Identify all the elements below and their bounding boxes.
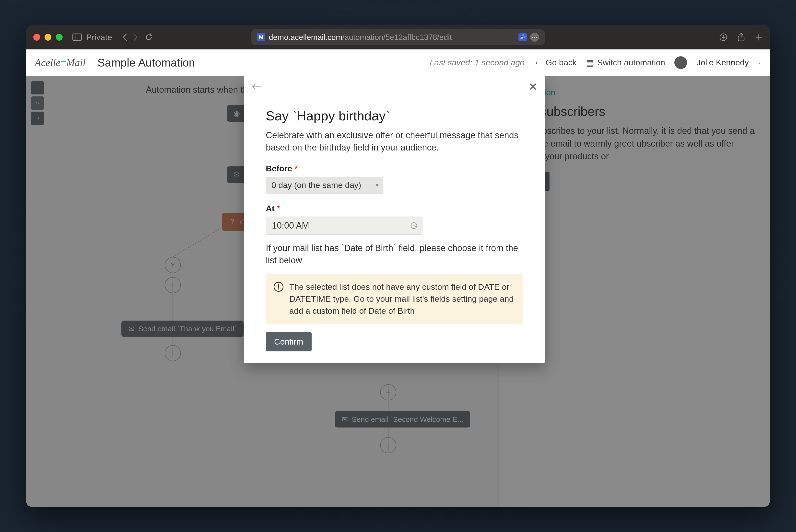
audio-indicator-icon[interactable]: 🔊	[518, 33, 527, 41]
titlebar: Private M demo.acellemail.com/automation…	[26, 25, 770, 50]
svg-rect-0	[73, 34, 81, 41]
automation-name: Sample Automation	[97, 56, 195, 69]
app-content: Acelle=Mail Sample Automation Last saved…	[26, 50, 770, 507]
confirm-button[interactable]: Confirm	[266, 332, 311, 352]
last-saved-text: Last saved: 1 second ago	[430, 58, 525, 67]
arrow-left-icon: ←	[534, 58, 542, 67]
before-label: Before *	[266, 164, 523, 173]
nav-back-icon[interactable]	[122, 33, 127, 41]
url-host: demo.acellemail.com	[269, 33, 342, 42]
traffic-lights	[33, 34, 63, 41]
before-select[interactable]: 0 day (on the same day) ▾	[266, 177, 383, 194]
nav-forward-icon[interactable]	[133, 33, 138, 41]
address-bar[interactable]: M demo.acellemail.com/automation/5e12aff…	[251, 29, 545, 45]
page-menu-icon[interactable]: ⋯	[530, 33, 539, 42]
maximize-window-button[interactable]	[56, 34, 63, 41]
go-back-button[interactable]: ← Go back	[534, 58, 577, 67]
before-label-text: Before	[266, 164, 292, 173]
private-label: Private	[86, 33, 112, 42]
required-indicator: *	[295, 164, 298, 173]
app-header: Acelle=Mail Sample Automation Last saved…	[26, 50, 770, 76]
user-avatar[interactable]	[674, 56, 687, 69]
user-menu-caret-icon[interactable]: ⌄	[758, 60, 761, 65]
at-time-value: 10:00 AM	[272, 221, 309, 231]
modal-description: Celebrate with an exclusive offer or che…	[266, 129, 523, 154]
favicon-icon: M	[257, 33, 265, 41]
at-label-text: At	[266, 204, 274, 213]
warning-box: ! The selected list does not have any cu…	[266, 274, 523, 324]
modal-back-button[interactable]	[251, 83, 262, 91]
new-tab-icon[interactable]	[755, 33, 763, 41]
clock-icon	[410, 222, 418, 230]
share-icon[interactable]	[737, 33, 745, 42]
logo-part-a: Acelle	[35, 57, 60, 68]
canvas-area: ↶ ↷ ⏲ Automation starts when the Automat…	[26, 76, 770, 507]
app-logo: Acelle=Mail	[35, 57, 86, 69]
switch-automation-button[interactable]: ▤ Switch automation	[586, 58, 665, 68]
logo-part-b: Mail	[67, 57, 86, 68]
panel-icon: ▤	[586, 58, 594, 68]
close-window-button[interactable]	[33, 34, 40, 41]
sidebar-toggle-icon[interactable]	[73, 34, 82, 41]
alert-circle-icon: !	[274, 282, 283, 292]
downloads-icon[interactable]	[719, 33, 727, 41]
modal-hint: If your mail list has `Date of Birth` fi…	[266, 242, 523, 267]
url-text: demo.acellemail.com/automation/5e12affbc…	[269, 33, 452, 42]
at-label: At *	[266, 204, 523, 213]
url-path: /automation/5e12affbc1378/edit	[342, 33, 452, 42]
chevron-down-icon: ▾	[376, 181, 379, 189]
modal-header: ✕	[244, 76, 545, 98]
browser-window: Private M demo.acellemail.com/automation…	[26, 25, 770, 507]
modal-dialog: ✕ Say `Happy birthday` Celebrate with an…	[244, 76, 545, 363]
at-time-input[interactable]: 10:00 AM	[266, 216, 422, 235]
warning-text: The selected list does not have any cust…	[289, 281, 515, 317]
modal-title: Say `Happy birthday`	[266, 108, 523, 124]
required-indicator: *	[277, 204, 280, 213]
modal-body: Say `Happy birthday` Celebrate with an e…	[244, 98, 545, 324]
reload-icon[interactable]	[145, 33, 153, 41]
go-back-label: Go back	[546, 58, 577, 67]
minimize-window-button[interactable]	[44, 34, 51, 41]
user-name: Jolie Kennedy	[696, 58, 749, 67]
svg-line-17	[414, 226, 415, 226]
switch-automation-label: Switch automation	[597, 58, 665, 67]
before-select-value: 0 day (on the same day)	[271, 180, 361, 190]
modal-close-button[interactable]: ✕	[529, 80, 537, 93]
